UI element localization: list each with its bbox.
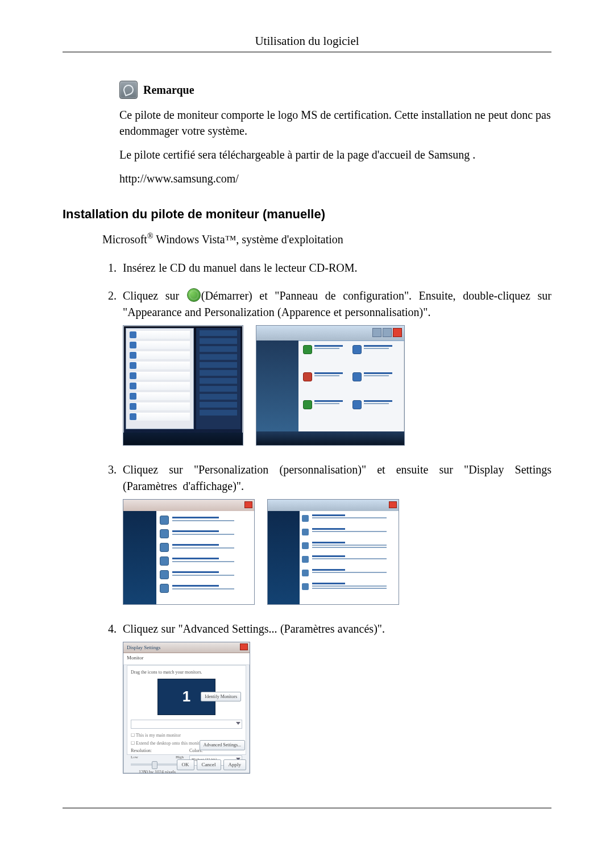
steps-list: Insérez le CD du manuel dans le lecteur …: [102, 260, 551, 774]
screenshot-personalization: [123, 499, 255, 605]
step-1: Insérez le CD du manuel dans le lecteur …: [119, 260, 551, 276]
step-2: Cliquez sur (Démarrer) et "Panneau de co…: [119, 288, 551, 446]
step-2-text-a: Cliquez sur: [123, 289, 186, 302]
step-4: Cliquez sur "Advanced Settings... (Param…: [119, 621, 551, 774]
page-header: Utilisation du logiciel: [63, 34, 551, 52]
os-subline: Microsoft® Windows Vista™, système d'exp…: [102, 232, 551, 246]
registered-symbol: ®: [147, 232, 154, 240]
os-rest: Windows Vista™, système d'exploitation: [154, 233, 343, 246]
screenshot-start-menu: [123, 325, 243, 446]
advanced-settings-button[interactable]: Advanced Settings...: [200, 740, 245, 750]
screenshot-display-settings-dialog: Display Settings Monitor Drag the icons …: [123, 642, 250, 774]
step-4-text: Cliquez sur "Advanced Settings... (Param…: [123, 622, 385, 635]
screenshot-row-1: [123, 325, 551, 446]
windows-start-icon: [187, 288, 201, 302]
remark-label: Remarque: [143, 84, 194, 97]
step-1-text: Insérez le CD du manuel dans le lecteur …: [123, 261, 358, 274]
drag-instruction: Drag the icons to match your monitors.: [131, 669, 242, 676]
remark-paragraph-1: Ce pilote de moniteur comporte le logo M…: [119, 107, 551, 139]
remark-url: http://www.samsung.com/: [119, 171, 551, 186]
dialog-tab-monitor[interactable]: Monitor: [123, 653, 250, 665]
remark-paragraph-2: Le pilote certifié sera téléchargeable à…: [119, 147, 551, 163]
screenshot-row-2: [123, 499, 551, 605]
footer-rule: [63, 808, 551, 808]
main-monitor-checkbox[interactable]: ☐ This is my main monitor: [131, 732, 242, 739]
note-icon: [119, 81, 138, 99]
monitor-select[interactable]: [131, 720, 242, 729]
apply-button[interactable]: Apply: [223, 759, 247, 770]
dialog-title: Display Settings: [123, 642, 250, 653]
screenshot-display-settings-list: [267, 499, 399, 605]
cancel-button[interactable]: Cancel: [197, 759, 221, 770]
document-page: Utilisation du logiciel Remarque Ce pilo…: [0, 0, 614, 868]
close-icon[interactable]: [240, 643, 248, 650]
os-prefix: Microsoft: [102, 233, 147, 246]
section-heading: Installation du pilote de moniteur (manu…: [63, 207, 551, 222]
identify-monitors-button[interactable]: Identify Monitors: [201, 692, 241, 702]
step-3-text: Cliquez sur "Personalization (personnali…: [123, 463, 551, 492]
ok-button[interactable]: OK: [177, 759, 194, 770]
resolution-label: Resolution:: [131, 747, 184, 754]
remark-block: Remarque Ce pilote de moniteur comporte …: [119, 81, 551, 186]
screenshot-row-3: Display Settings Monitor Drag the icons …: [123, 642, 551, 774]
screenshot-control-panel: [256, 325, 405, 446]
step-3: Cliquez sur "Personalization (personnali…: [119, 462, 551, 605]
